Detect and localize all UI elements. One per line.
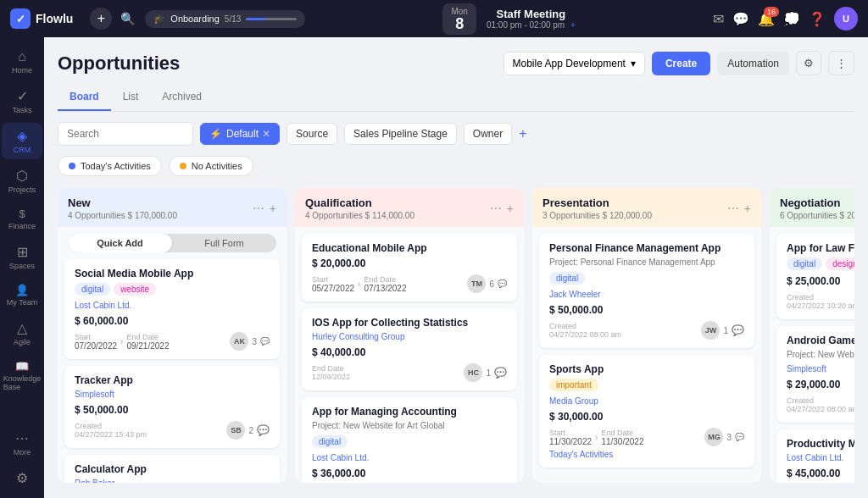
sidebar-item-crm[interactable]: ◈ CRM bbox=[2, 123, 42, 159]
card-company[interactable]: Lost Cabin Ltd. bbox=[312, 453, 507, 462]
comment-icon: 💬 bbox=[498, 279, 507, 288]
card-educational[interactable]: Educational Mobile App $ 20,000.00 Start… bbox=[302, 234, 517, 302]
card-amount: $ 36,000.00 bbox=[312, 468, 507, 479]
card-footer: Created 04/27/2022 08:00 am JW 1 💬 bbox=[549, 321, 744, 340]
column-add-icon[interactable]: + bbox=[744, 202, 751, 215]
sidebar-item-projects[interactable]: ⬡ Projects bbox=[2, 163, 42, 199]
column-new-header: New 4 Opportunities $ 170,000.00 ⋯ + bbox=[58, 188, 287, 227]
filter-bar: ⚡ Default ✕ Source Sales Pipeline Stage … bbox=[58, 122, 854, 146]
card-created: Created bbox=[549, 322, 621, 330]
card-personal-finance[interactable]: Personal Finance Management App Project:… bbox=[539, 234, 754, 348]
sidebar-item-settings[interactable]: ⚙ bbox=[2, 465, 42, 491]
add-button[interactable]: + bbox=[90, 8, 112, 30]
filter-close-icon[interactable]: ✕ bbox=[262, 128, 270, 140]
settings-gear-button[interactable]: ⚙ bbox=[796, 51, 821, 75]
date-badge: Mon 8 bbox=[442, 3, 476, 35]
card-company[interactable]: Simplesoft bbox=[787, 364, 854, 374]
sidebar-item-home[interactable]: ⌂ Home bbox=[2, 44, 42, 80]
sidebar-item-finance[interactable]: $ Finance bbox=[2, 202, 42, 235]
card-company[interactable]: Lost Cabin Ltd. bbox=[75, 301, 270, 310]
help-btn[interactable]: ❓ bbox=[809, 11, 826, 27]
search-input[interactable] bbox=[58, 122, 193, 146]
card-amount: $ 20,000.00 bbox=[312, 257, 507, 269]
card-company[interactable]: Hurley Consulting Group bbox=[312, 332, 507, 341]
sidebar-item-more[interactable]: ⋯ More bbox=[2, 425, 42, 462]
column-more-icon[interactable]: ⋯ bbox=[490, 202, 502, 215]
card-created: Created bbox=[787, 293, 854, 302]
card-created-date: 04/27/2022 10:20 am bbox=[787, 302, 854, 310]
sidebar-item-myteam[interactable]: 👤 My Team bbox=[2, 279, 42, 312]
app-logo[interactable]: ✓ Flowlu bbox=[10, 8, 73, 29]
card-count: 1 bbox=[723, 326, 728, 335]
column-add-icon[interactable]: + bbox=[270, 202, 276, 215]
card-productivity[interactable]: Productivity Mobile App Lost Cabin Ltd. … bbox=[776, 429, 854, 483]
card-company[interactable]: Media Group bbox=[549, 396, 744, 406]
filter-owner[interactable]: Owner bbox=[464, 123, 512, 145]
sidebar-label-spaces: Spaces bbox=[9, 262, 35, 270]
sidebar-item-knowledge[interactable]: 📖 Knowledge Base bbox=[2, 355, 42, 396]
column-neg-cards: App for Law Firm digital design $ 25,000… bbox=[770, 227, 854, 483]
agile-icon: △ bbox=[17, 320, 27, 336]
filter-default[interactable]: ⚡ Default ✕ bbox=[200, 123, 280, 145]
sidebar-item-tasks[interactable]: ✓ Tasks bbox=[2, 83, 42, 119]
card-company[interactable]: Rob Baker bbox=[75, 479, 270, 483]
app-name: Flowlu bbox=[36, 12, 73, 25]
card-social-media[interactable]: Social Media Mobile App digital website … bbox=[64, 259, 280, 359]
card-ios-stats[interactable]: IOS App for Collecting Statistics Hurley… bbox=[302, 308, 517, 390]
column-add-icon[interactable]: + bbox=[507, 202, 514, 215]
filter-sales-pipeline[interactable]: Sales Pipeline Stage bbox=[344, 123, 457, 145]
add-toggle: Quick Add Full Form bbox=[68, 234, 276, 252]
today-activities-link[interactable]: Today's Activities bbox=[549, 450, 744, 459]
onboarding-progress: 5/13 bbox=[225, 14, 241, 24]
card-calculator[interactable]: Calculator App Rob Baker bbox=[64, 455, 280, 483]
today-activities-button[interactable]: Today's Activities bbox=[58, 156, 162, 176]
user-avatar[interactable]: U bbox=[834, 7, 858, 30]
column-more-icon[interactable]: ⋯ bbox=[727, 202, 739, 215]
comment-icon: 💬 bbox=[257, 424, 270, 436]
card-sports[interactable]: Sports App important Media Group $ 30,00… bbox=[539, 355, 754, 468]
notifications-btn[interactable]: 🔔 16 bbox=[758, 11, 775, 27]
automation-button[interactable]: Automation bbox=[717, 52, 789, 75]
onboarding-pill[interactable]: 🎓 Onboarding 5/13 bbox=[145, 10, 305, 28]
card-end-date: 12/09/2022 bbox=[312, 373, 350, 381]
filter-source[interactable]: Source bbox=[287, 123, 337, 145]
tasks-icon: ✓ bbox=[17, 88, 28, 104]
column-more-icon[interactable]: ⋯ bbox=[253, 202, 264, 215]
messages-btn[interactable]: 💭 bbox=[783, 11, 800, 27]
sidebar-item-agile[interactable]: △ Agile bbox=[2, 315, 42, 351]
chat-btn[interactable]: 💬 bbox=[732, 11, 749, 27]
no-activities-button[interactable]: No Activities bbox=[169, 156, 253, 176]
tab-board[interactable]: Board bbox=[58, 84, 111, 111]
search-button[interactable]: 🔍 bbox=[120, 12, 135, 25]
mail-btn[interactable]: ✉ bbox=[713, 11, 724, 27]
more-options-button[interactable]: ⋮ bbox=[828, 51, 854, 75]
card-law-firm[interactable]: App for Law Firm digital design $ 25,000… bbox=[776, 234, 854, 319]
card-title: Calculator App bbox=[75, 463, 270, 475]
card-created: Created bbox=[787, 396, 854, 405]
card-company[interactable]: Lost Cabin Ltd. bbox=[787, 453, 854, 462]
day-of-week: Mon bbox=[451, 7, 467, 16]
card-android-game[interactable]: Android Game App Project: New Website fo… bbox=[776, 326, 854, 423]
add-event-btn[interactable]: + bbox=[570, 20, 576, 30]
add-filter-button[interactable]: + bbox=[519, 126, 526, 141]
quick-add-btn[interactable]: Quick Add bbox=[68, 234, 172, 252]
finance-icon: $ bbox=[19, 208, 25, 220]
full-form-btn[interactable]: Full Form bbox=[172, 234, 276, 252]
card-amount: $ 50,000.00 bbox=[75, 404, 270, 416]
card-title: Educational Mobile App bbox=[312, 242, 507, 254]
card-person: Jack Wheeler bbox=[549, 290, 744, 299]
card-count: 3 bbox=[726, 433, 732, 442]
card-company[interactable]: Simplesoft bbox=[75, 390, 270, 399]
card-footer: Created 04/27/2022 15:43 pm SB 2 💬 bbox=[75, 421, 270, 440]
card-footer: Created 04/27/2022 10:20 am AL 3 💬 bbox=[787, 292, 854, 311]
card-accounting[interactable]: App for Managing Accounting Project: New… bbox=[302, 397, 517, 483]
create-button[interactable]: Create bbox=[652, 52, 710, 75]
page-header: Opportunities Mobile App Development ▾ C… bbox=[58, 51, 854, 75]
pipeline-select[interactable]: Mobile App Development ▾ bbox=[504, 52, 645, 75]
card-tags: digital design bbox=[787, 257, 854, 270]
sidebar-item-spaces[interactable]: ⊞ Spaces bbox=[2, 239, 42, 275]
tab-archived[interactable]: Archived bbox=[150, 84, 214, 111]
sidebar-label-home: Home bbox=[12, 66, 32, 75]
tab-list[interactable]: List bbox=[111, 84, 151, 111]
card-tracker[interactable]: Tracker App Simplesoft $ 50,000.00 Creat… bbox=[64, 366, 280, 448]
